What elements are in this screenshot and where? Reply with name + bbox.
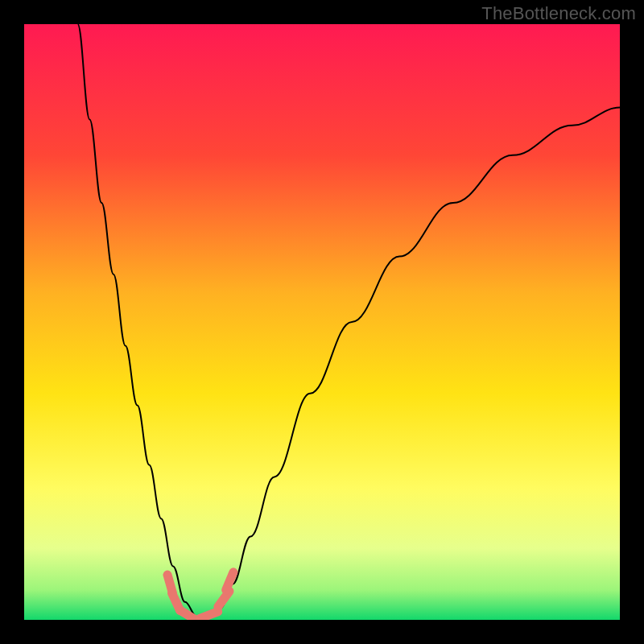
chart-svg: [24, 24, 620, 620]
gradient-background: [24, 24, 620, 620]
plot-area: [24, 24, 620, 620]
watermark-text: TheBottleneck.com: [481, 3, 636, 24]
chart-container: TheBottleneck.com: [0, 0, 644, 644]
